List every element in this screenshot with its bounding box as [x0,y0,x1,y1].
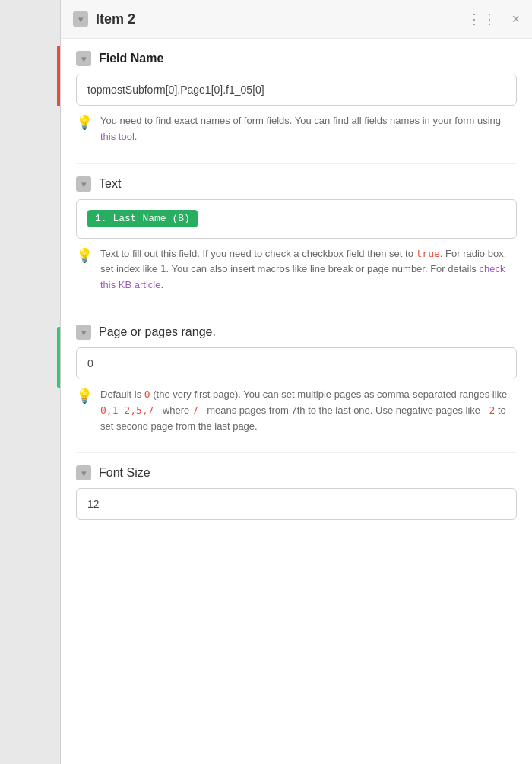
field-name-hint: 💡 You need to find exact names of form f… [76,113,517,145]
text-collapse-button[interactable] [76,176,91,192]
field-name-hint-text: You need to find exact names of form fie… [100,113,517,145]
text-hint-icon: 💡 [76,247,93,264]
text-hint-text: Text to fill out this field. If you need… [100,246,517,293]
text-tag: 1. Last Name (B) [87,210,198,227]
main-panel: Item 2 ⋮⋮ × Field Name 💡 You need to fin… [61,0,532,764]
page-range-section: Page or pages range. 💡 Default is 0 (the… [76,325,517,434]
text-hint: 💡 Text to fill out this field. If you ne… [76,246,517,293]
page-range-chevron-icon [81,325,87,339]
text-section: Text 1. Last Name (B) 💡 Text to fill out… [76,176,517,293]
page-range-hint: 💡 Default is 0 (the very first page). Yo… [76,387,517,434]
page-range-seven-code: 7- [192,404,204,416]
text-section-header: Text [76,176,517,192]
page-range-section-header: Page or pages range. [76,325,517,340]
field-name-section-header: Field Name [76,51,517,66]
header-chevron-icon [78,12,84,26]
panel-dots-icon[interactable]: ⋮⋮ [467,11,498,27]
page-range-hint-text: Default is 0 (the very first page). You … [100,387,517,434]
text-one-code: 1 [160,263,166,274]
page-range-neg-code: -2 [483,404,496,416]
divider-2 [76,312,517,312]
left-sidebar [0,0,61,764]
divider-1 [76,163,517,164]
panel-content: Field Name 💡 You need to find exact name… [61,39,532,547]
font-size-input[interactable] [76,488,517,520]
font-size-title: Font Size [99,466,150,480]
page-range-title: Page or pages range. [99,325,216,339]
font-size-section: Font Size [76,465,517,520]
panel-close-button[interactable]: × [511,11,520,27]
text-chevron-icon [81,177,87,191]
field-name-chevron-icon [81,52,87,65]
page-range-hint-icon: 💡 [76,388,93,404]
field-name-title: Field Name [99,52,163,65]
field-name-collapse-button[interactable] [76,51,91,66]
text-section-title: Text [99,177,121,191]
font-size-chevron-icon [81,466,87,480]
field-name-tool-link[interactable]: this tool [100,131,135,142]
header-collapse-button[interactable] [73,11,88,27]
left-accent-red [57,46,60,106]
page-range-input[interactable] [76,347,517,379]
page-range-zero-code: 0 [144,388,150,400]
font-size-collapse-button[interactable] [76,465,91,480]
panel-container: Item 2 ⋮⋮ × Field Name 💡 You need to fin… [0,0,532,764]
text-true-code: true [416,248,440,259]
field-name-input[interactable] [76,74,517,106]
field-name-section: Field Name 💡 You need to find exact name… [76,51,517,145]
page-range-collapse-button[interactable] [76,325,91,340]
text-input-wrapper[interactable]: 1. Last Name (B) [76,199,517,239]
font-size-section-header: Font Size [76,465,517,480]
field-name-hint-icon: 💡 [76,114,93,131]
divider-3 [76,452,517,453]
page-range-ranges-code: 0,1-2,5,7- [100,404,160,416]
panel-title: Item 2 [96,11,460,27]
left-accent-green [57,327,60,388]
panel-header: Item 2 ⋮⋮ × [61,0,532,39]
